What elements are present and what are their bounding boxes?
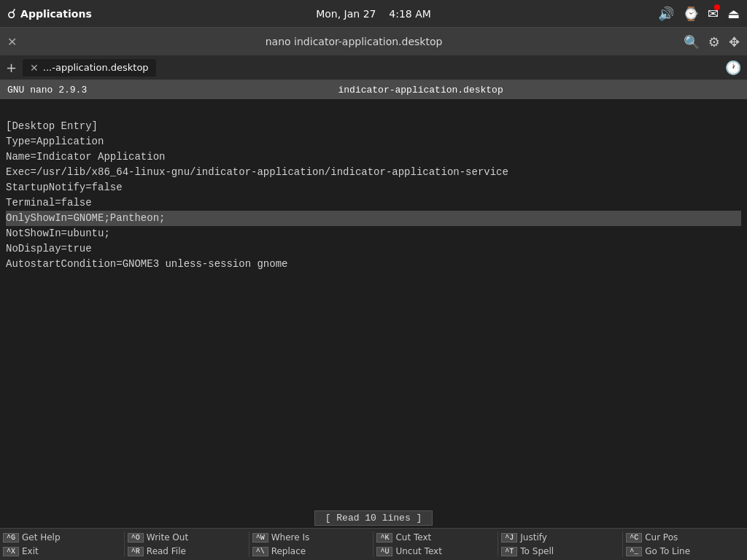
shortcut-bar: ^GGet Help^XExit^OWrite Out^RRead File^W…: [0, 528, 747, 560]
editor-line: OnlyShowIn=GNOME;Pantheon;: [6, 211, 741, 226]
shortcut-row: ^WWhere Is: [252, 531, 371, 545]
volume-icon[interactable]: 🔊: [658, 6, 674, 21]
shortcut-row: ^\Replace: [252, 545, 371, 559]
shortcut-row: ^UUncut Text: [376, 545, 495, 559]
editor-line: Exec=/usr/lib/x86_64-linux-gnu/indicator…: [6, 165, 741, 180]
shortcut-col: ^WWhere Is^\Replace: [249, 529, 374, 560]
editor-line: Terminal=false: [6, 195, 741, 211]
close-icon[interactable]: ✕: [7, 35, 17, 49]
shortcut-key[interactable]: ^\: [252, 547, 268, 556]
nano-statusbar: GNU nano 2.9.3 indicator-application.des…: [0, 80, 747, 99]
notification-icon[interactable]: ✉: [708, 6, 719, 21]
shortcut-key[interactable]: ^K: [376, 533, 392, 542]
shortcut-row: ^_Go To Line: [626, 545, 744, 559]
shortcut-row: ^CCur Pos: [626, 531, 744, 545]
shortcut-col: ^JJustify^TTo Spell: [498, 529, 622, 560]
shortcut-key[interactable]: ^G: [3, 533, 19, 542]
terminal-window: ✕ nano indicator-application.desktop 🔍 ⚙…: [0, 28, 747, 560]
shortcut-label: Justify: [520, 532, 547, 542]
shortcut-row: ^TTo Spell: [501, 545, 619, 559]
editor-line: NoDisplay=true: [6, 241, 741, 257]
shortcut-row: ^RRead File: [128, 545, 246, 559]
shortcut-key[interactable]: ^J: [501, 533, 517, 542]
shortcut-label: Where Is: [271, 532, 310, 542]
editor-line: AutostartCondition=GNOME3 unless-session…: [6, 257, 741, 272]
shortcut-row: ^OWrite Out: [128, 531, 246, 545]
network-icon[interactable]: ⌚: [683, 6, 699, 21]
shortcut-key[interactable]: ^U: [376, 547, 392, 556]
editor-line: Name=Indicator Application: [6, 149, 741, 165]
shortcut-row: ^JJustify: [501, 531, 619, 545]
status-badge: [ Read 10 lines ]: [314, 510, 433, 526]
topbar-center: Mon, Jan 27 4:18 AM: [252, 8, 496, 20]
shortcut-key[interactable]: ^_: [626, 547, 642, 556]
shortcut-col: ^OWrite Out^RRead File: [125, 529, 249, 560]
active-tab[interactable]: ✕ ...-application.desktop: [23, 59, 156, 77]
shortcut-key[interactable]: ^O: [128, 533, 144, 542]
shortcut-col: ^KCut Text^UUncut Text: [374, 529, 498, 560]
shortcut-label: Write Out: [147, 532, 188, 542]
maximize-icon[interactable]: ✥: [729, 34, 740, 50]
window-title: nano indicator-application.desktop: [24, 36, 683, 47]
nano-version: GNU nano 2.9.3: [7, 85, 87, 96]
shortcut-label: Replace: [271, 546, 306, 556]
new-tab-button[interactable]: +: [6, 60, 17, 75]
shortcut-key[interactable]: ^R: [128, 547, 144, 556]
settings-icon[interactable]: ⚙: [708, 34, 720, 50]
editor-line: [Desktop Entry]: [6, 119, 741, 134]
editor-line: StartupNotify=false: [6, 180, 741, 195]
shortcut-row: ^GGet Help: [3, 531, 121, 545]
search-icon[interactable]: ☌: [7, 6, 16, 21]
status-message: [ Read 10 lines ]: [0, 508, 747, 528]
editor-line: Type=Application: [6, 134, 741, 149]
history-icon[interactable]: 🕐: [725, 60, 741, 75]
topbar-left: ☌ Applications: [7, 6, 252, 21]
shortcut-label: Cur Pos: [645, 532, 678, 542]
topbar-right: 🔊 ⌚ ✉ ⏏: [495, 6, 740, 21]
window-actions: 🔍 ⚙ ✥: [684, 34, 740, 50]
shortcut-label: To Spell: [520, 546, 554, 556]
topbar: ☌ Applications Mon, Jan 27 4:18 AM 🔊 ⌚ ✉…: [0, 0, 747, 28]
shortcut-key[interactable]: ^X: [3, 547, 19, 556]
shortcut-key[interactable]: ^T: [501, 547, 517, 556]
shortcut-col: ^GGet Help^XExit: [0, 529, 124, 560]
nano-filename: indicator-application.desktop: [101, 85, 740, 96]
shortcut-key[interactable]: ^W: [252, 533, 268, 542]
window-chrome: ✕ nano indicator-application.desktop 🔍 ⚙…: [0, 28, 747, 55]
tab-bar: + ✕ ...-application.desktop 🕐: [0, 55, 747, 80]
editor-line: [6, 104, 741, 119]
tab-label: ...-application.desktop: [43, 62, 149, 73]
datetime: Mon, Jan 27: [316, 8, 376, 20]
shortcut-label: Read File: [147, 546, 186, 556]
shortcut-label: Exit: [22, 546, 39, 556]
search-icon[interactable]: 🔍: [684, 34, 700, 50]
app-label[interactable]: Applications: [20, 8, 92, 20]
shortcut-label: Go To Line: [645, 546, 690, 556]
shortcut-col: ^CCur Pos^_Go To Line: [623, 529, 747, 560]
tab-close-icon[interactable]: ✕: [30, 62, 39, 74]
power-icon[interactable]: ⏏: [727, 6, 740, 21]
shortcut-label: Uncut Text: [395, 546, 441, 556]
editor-area[interactable]: [Desktop Entry]Type=ApplicationName=Indi…: [0, 99, 747, 508]
shortcut-row: ^KCut Text: [376, 531, 495, 545]
editor-line: NotShowIn=ubuntu;: [6, 226, 741, 241]
shortcut-label: Get Help: [22, 532, 61, 542]
time: 4:18 AM: [389, 8, 431, 20]
shortcut-label: Cut Text: [395, 532, 431, 542]
shortcut-row: ^XExit: [3, 545, 121, 559]
shortcut-key[interactable]: ^C: [626, 533, 642, 542]
